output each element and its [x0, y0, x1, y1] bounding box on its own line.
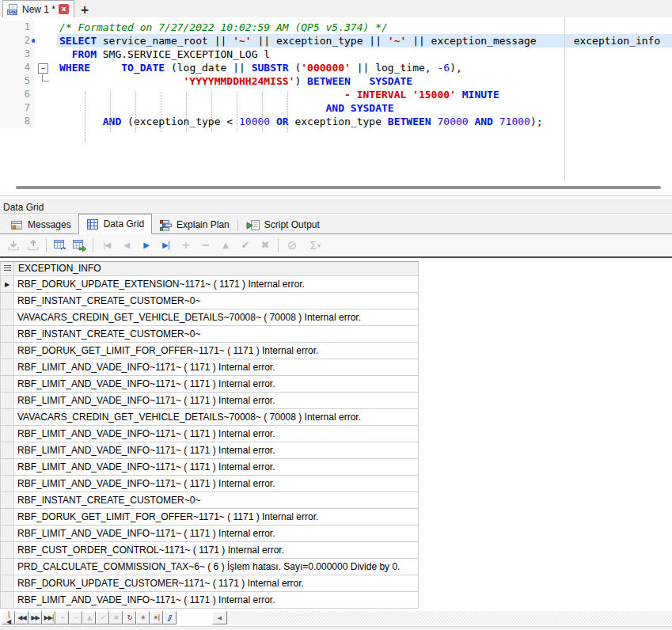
row-selector[interactable]	[1, 309, 14, 326]
grid-row[interactable]: PRD_CALCULATE_COMMISSION_TAX~6~ ( 6 ) İş…	[1, 559, 419, 575]
sql-editor[interactable]: 1/* Formatted on 7/27/2022 10:02:59 AM (…	[0, 17, 672, 196]
post-changes-button[interactable]: ✔	[235, 236, 255, 255]
grid-row[interactable]: RBF_CUST_ORDER_CONTROL~1171~ ( 1171 ) In…	[1, 542, 419, 559]
delete-record-button[interactable]: −	[196, 236, 215, 255]
prior-record-button[interactable]: ◀◀	[15, 611, 28, 624]
exception-info-cell[interactable]: RBF_LIMIT_AND_VADE_INFO~1171~ ( 1171 ) I…	[14, 526, 419, 542]
grid-row[interactable]: RBF_LIMIT_AND_VADE_INFO~1171~ ( 1171 ) I…	[1, 459, 419, 476]
grid-row[interactable]: RBF_INSTANT_CREATE_CUSTOMER~0~	[1, 293, 419, 309]
clear-grid-button[interactable]	[163, 611, 177, 624]
exception-info-cell[interactable]: RBF_CUST_ORDER_CONTROL~1171~ ( 1171 ) In…	[14, 542, 419, 559]
grid-row[interactable]: RBF_LIMIT_AND_VADE_INFO~1171~ ( 1171 ) I…	[1, 376, 419, 393]
tab-data-grid[interactable]: Data Grid	[78, 214, 152, 234]
exception-info-cell[interactable]: RBF_LIMIT_AND_VADE_INFO~1171~ ( 1171 ) I…	[14, 476, 419, 492]
grid-row[interactable]: VAVACARS_CREDIN_GET_VEHICLE_DETAILS~7000…	[1, 309, 419, 326]
grid-hscrollbar[interactable]: ◀	[212, 611, 672, 624]
exception-info-cell[interactable]: RBF_LIMIT_AND_VADE_INFO~1171~ ( 1171 ) I…	[14, 442, 419, 459]
document-tab[interactable]: SQL New 1 * x	[2, 0, 74, 17]
cancel-edit-button[interactable]: ✖	[109, 611, 123, 624]
row-selector[interactable]	[1, 326, 14, 343]
row-selector[interactable]	[1, 393, 14, 409]
row-selector[interactable]: ▶	[1, 276, 14, 293]
edit-record-button[interactable]: ▲	[82, 611, 96, 624]
code-line-3[interactable]: 3 FROM SMG.SERVICE_EXCEPTION_LOG l	[0, 47, 672, 61]
row-selector[interactable]	[1, 559, 14, 575]
close-tab-icon[interactable]: x	[59, 4, 69, 14]
tab-script-output[interactable]: Script Output	[239, 216, 327, 233]
row-selector[interactable]	[1, 542, 14, 559]
code-line-7[interactable]: 7 AND SYSDATE	[0, 101, 672, 115]
row-selector[interactable]	[1, 426, 14, 442]
delete-record-button[interactable]: −	[69, 611, 82, 624]
exception-info-cell[interactable]: RBF_LIMIT_AND_VADE_INFO~1171~ ( 1171 ) I…	[14, 359, 419, 376]
last-record-button[interactable]: ▶▶|	[42, 611, 55, 624]
last-record-button[interactable]: ▶|	[156, 236, 176, 255]
fetch-all-records-button[interactable]: ✳|	[150, 611, 163, 624]
fold-collapse-icon[interactable]: −	[38, 63, 48, 74]
grid-row[interactable]: RBF_LIMIT_AND_VADE_INFO~1171~ ( 1171 ) I…	[1, 476, 419, 492]
code-line-6[interactable]: 6 - INTERVAL '15000' MINUTE	[0, 88, 672, 101]
row-selector[interactable]	[1, 343, 14, 359]
next-record-button[interactable]: ▶	[136, 236, 156, 255]
grid-row[interactable]: RBF_INSTANT_CREATE_CUSTOMER~0~	[1, 492, 419, 509]
grid-row[interactable]: RBF_INSTANT_CREATE_CUSTOMER~0~	[1, 326, 419, 343]
exception-info-cell[interactable]: RBF_INSTANT_CREATE_CUSTOMER~0~	[14, 326, 419, 343]
read-only-button[interactable]: ⊘	[282, 236, 302, 255]
insert-record-button[interactable]: +	[176, 236, 196, 255]
exception-info-cell[interactable]: RBF_LIMIT_AND_VADE_INFO~1171~ ( 1171 ) I…	[14, 393, 419, 409]
row-selector[interactable]	[1, 509, 14, 526]
grid-row[interactable]: RBF_DORUK_GET_LIMIT_FOR_OFFER~1171~ ( 11…	[1, 509, 419, 526]
grid-row[interactable]: RBF_DORUK_UPDATE_CUSTOMER~1171~ ( 1171 )…	[1, 575, 419, 592]
code-line-8[interactable]: 8 AND (exception_type < 10000 OR excepti…	[0, 115, 672, 128]
fetch-next-page-button[interactable]: ✳	[136, 611, 150, 624]
code-line-2[interactable]: 2SELECT service_name_root || '~' || exce…	[0, 34, 672, 47]
new-tab-button[interactable]: +	[74, 2, 95, 17]
row-selector[interactable]	[1, 359, 14, 376]
refresh-grid-button[interactable]	[50, 236, 70, 255]
code-line-1[interactable]: 1/* Formatted on 7/27/2022 10:02:59 AM (…	[0, 21, 672, 34]
grid-row[interactable]: RBF_LIMIT_AND_VADE_INFO~1171~ ( 1171 ) I…	[1, 426, 419, 442]
exception-info-cell[interactable]: RBF_LIMIT_AND_VADE_INFO~1171~ ( 1171 ) I…	[14, 592, 419, 609]
row-selector[interactable]	[1, 376, 14, 393]
exception-info-cell[interactable]: RBF_INSTANT_CREATE_CUSTOMER~0~	[14, 293, 419, 309]
grid-row[interactable]: RBF_LIMIT_AND_VADE_INFO~1171~ ( 1171 ) I…	[1, 442, 419, 459]
post-edit-button[interactable]: ✔	[96, 611, 109, 624]
row-selector[interactable]	[1, 592, 14, 609]
row-selector[interactable]	[1, 409, 14, 426]
exception-info-cell[interactable]: VAVACARS_CREDIN_GET_VEHICLE_DETAILS~7000…	[14, 309, 419, 326]
row-selector[interactable]	[1, 293, 14, 309]
cancel-changes-button[interactable]: ✖	[255, 236, 275, 255]
exception-info-cell[interactable]: RBF_DORUK_UPDATE_CUSTOMER~1171~ ( 1171 )…	[14, 575, 419, 592]
load-dataset-button[interactable]	[3, 236, 23, 255]
tab-messages[interactable]: Messages	[3, 216, 78, 233]
first-record-button[interactable]: |◀	[2, 611, 15, 624]
code-line-5[interactable]: 5 'YYYYMMDDHH24MISS') BETWEEN SYSDATE	[0, 74, 672, 88]
code-line-4[interactable]: 4−WHERE TO_DATE (log_date || SUBSTR ('00…	[0, 61, 672, 74]
edit-record-button[interactable]: ▲	[215, 236, 235, 255]
grid-row[interactable]: RBF_DORUK_GET_LIMIT_FOR_OFFER~1171~ ( 11…	[1, 343, 419, 359]
exception-info-cell[interactable]: RBF_INSTANT_CREATE_CUSTOMER~0~	[14, 492, 419, 509]
save-dataset-button[interactable]	[23, 236, 43, 255]
exception-info-cell[interactable]: RBF_DORUK_GET_LIMIT_FOR_OFFER~1171~ ( 11…	[14, 343, 419, 359]
row-selector[interactable]	[1, 575, 14, 592]
exception-info-cell[interactable]: RBF_DORUK_UPDATE_EXTENSION~1171~ ( 1171 …	[14, 276, 419, 293]
row-selector[interactable]	[1, 492, 14, 509]
refresh-records-button[interactable]: ↻	[123, 611, 136, 624]
row-selector[interactable]	[1, 476, 14, 492]
first-record-button[interactable]: |◀	[97, 236, 116, 255]
exception-info-cell[interactable]: RBF_LIMIT_AND_VADE_INFO~1171~ ( 1171 ) I…	[14, 459, 419, 476]
exception-info-cell[interactable]: RBF_LIMIT_AND_VADE_INFO~1171~ ( 1171 ) I…	[14, 426, 419, 442]
insert-record-button[interactable]: +	[55, 611, 69, 624]
grid-corner-cell[interactable]	[1, 262, 14, 275]
tab-explain-plan[interactable]: Explain Plan	[152, 216, 237, 233]
aggregate-button[interactable]: Σ ▾	[302, 236, 328, 255]
grid-row[interactable]: RBF_LIMIT_AND_VADE_INFO~1171~ ( 1171 ) I…	[1, 359, 419, 376]
export-grid-button[interactable]	[70, 236, 89, 255]
editor-hscrollbar-thumb[interactable]	[16, 186, 661, 189]
next-record-button[interactable]: ▶▶	[28, 611, 42, 624]
exception-info-cell[interactable]: RBF_LIMIT_AND_VADE_INFO~1171~ ( 1171 ) I…	[14, 376, 419, 393]
exception-info-cell[interactable]: RBF_DORUK_GET_LIMIT_FOR_OFFER~1171~ ( 11…	[14, 509, 419, 526]
row-selector[interactable]	[1, 442, 14, 459]
grid-row[interactable]: RBF_LIMIT_AND_VADE_INFO~1171~ ( 1171 ) I…	[1, 592, 419, 609]
scroll-left-button[interactable]: ◀	[212, 611, 227, 624]
